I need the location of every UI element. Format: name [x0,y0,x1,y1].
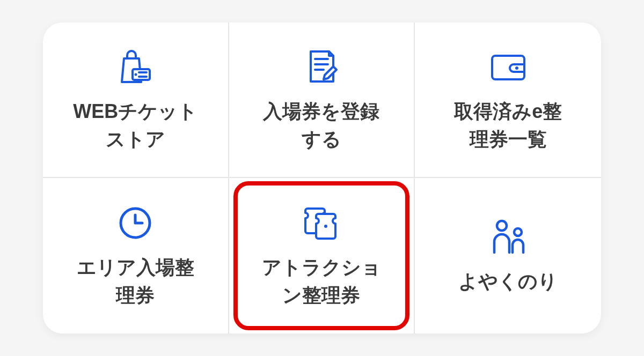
tickets-icon [302,202,341,244]
clock-icon [118,202,153,244]
menu-item-label: 入場券を登録する [263,98,379,153]
family-icon [488,216,529,258]
menu-item-label: WEBチケットストア [73,98,197,153]
menu-item-attraction-ticket[interactable]: アトラクション整理券 [229,178,415,333]
menu-item-yoyaku-nori[interactable]: よやくのり [415,178,601,333]
shopping-bag-ticket-icon [116,46,154,88]
menu-item-label: アトラクション整理券 [262,254,381,309]
wallet-icon [489,46,528,88]
menu-item-web-ticket-store[interactable]: WEBチケットストア [43,23,229,178]
menu-item-label: 取得済みe整理券一覧 [454,98,562,153]
svg-point-12 [514,228,522,236]
menu-item-register-ticket[interactable]: 入場券を登録する [229,23,415,178]
menu-grid: WEBチケットストア 入場券を登録する [43,23,601,333]
svg-point-8 [515,66,518,70]
menu-item-label: エリア入場整理券 [77,254,194,309]
svg-point-10 [324,225,327,228]
edit-document-icon [304,46,339,88]
menu-item-obtained-etickets[interactable]: 取得済みe整理券一覧 [415,23,601,178]
menu-card: WEBチケットストア 入場券を登録する [43,23,601,333]
menu-item-area-entry-ticket[interactable]: エリア入場整理券 [43,178,229,333]
svg-point-1 [135,73,137,76]
svg-point-11 [497,221,507,231]
menu-item-label: よやくのり [458,268,558,295]
